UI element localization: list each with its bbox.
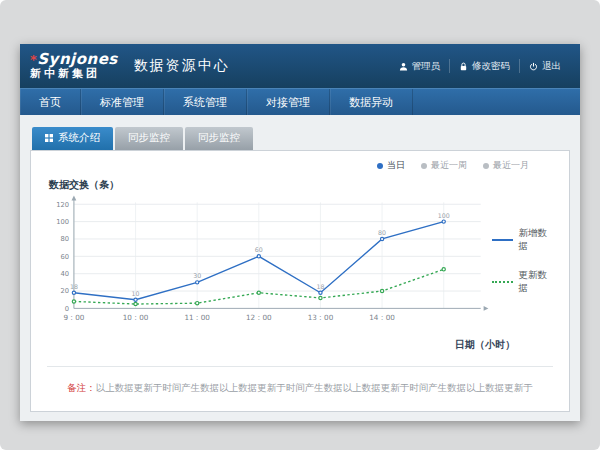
y-axis-title: 数据交换（条） — [49, 178, 555, 192]
logout-button[interactable]: 退出 — [519, 59, 570, 73]
svg-text:60: 60 — [255, 246, 263, 253]
svg-text:120: 120 — [56, 201, 69, 209]
page-title: 数据资源中心 — [134, 57, 230, 75]
nav-item-data-change[interactable]: 数据异动 — [330, 89, 413, 115]
filter-last-month[interactable]: 最近一月 — [483, 159, 529, 172]
svg-text:14：00: 14：00 — [369, 313, 395, 322]
range-filter-legend: 当日 最近一周 最近一月 — [45, 159, 555, 172]
svg-text:80: 80 — [378, 229, 386, 236]
series-legend: 新增数据 更新数据 — [492, 227, 555, 295]
svg-text:18: 18 — [316, 283, 324, 290]
power-icon — [529, 62, 538, 71]
dot-icon — [483, 163, 489, 169]
svg-text:20: 20 — [61, 287, 70, 295]
person-icon — [399, 62, 408, 71]
legend-new-data[interactable]: 新增数据 — [492, 227, 555, 253]
svg-text:0: 0 — [65, 305, 69, 313]
main-nav: 首页 标准管理 系统管理 对接管理 数据异动 — [20, 88, 580, 115]
lock-icon — [459, 62, 468, 71]
svg-text:18: 18 — [70, 283, 78, 290]
svg-text:10：00: 10：00 — [123, 313, 149, 322]
logo-text-en: *Synjones — [30, 52, 118, 68]
filter-last-week[interactable]: 最近一周 — [421, 159, 467, 172]
line-sample-icon — [492, 239, 513, 241]
brand-logo: *Synjones 新中新集团 — [30, 52, 118, 79]
svg-text:100: 100 — [56, 218, 69, 226]
change-password-button[interactable]: 修改密码 — [449, 59, 519, 73]
top-header: *Synjones 新中新集团 数据资源中心 管理员 修改密码 退出 — [20, 44, 580, 88]
svg-text:9：00: 9：00 — [63, 313, 84, 322]
footnote-label: 备注： — [67, 382, 96, 393]
tab-bar: 系统介绍 同步监控 同步监控 — [32, 127, 570, 150]
divider — [47, 366, 553, 367]
user-actions: 管理员 修改密码 退出 — [390, 56, 571, 76]
dot-icon — [421, 163, 427, 169]
svg-text:40: 40 — [61, 270, 70, 278]
svg-text:30: 30 — [193, 272, 201, 279]
nav-item-interface-mgmt[interactable]: 对接管理 — [247, 89, 330, 115]
chart-panel: 当日 最近一周 最近一月 数据交换（条） 0204060801001209：00… — [30, 150, 570, 412]
nav-item-home[interactable]: 首页 — [20, 89, 81, 115]
nav-item-standard-mgmt[interactable]: 标准管理 — [81, 89, 164, 115]
logo-text-cn: 新中新集团 — [30, 68, 118, 80]
line-sample-icon — [492, 281, 513, 283]
legend-updated-data[interactable]: 更新数据 — [492, 269, 555, 295]
svg-text:10: 10 — [132, 290, 140, 297]
footnote-text: 以上数据更新于时间产生数据以上数据更新于时间产生数据以上数据更新于时间产生数据以… — [96, 382, 533, 393]
tab-sync-monitor-1[interactable]: 同步监控 — [115, 127, 183, 150]
svg-text:60: 60 — [61, 253, 70, 261]
x-axis-title: 日期（小时） — [45, 338, 555, 352]
chart-row: 0204060801001209：0010：0011：0012：0013：001… — [45, 192, 555, 338]
dot-icon — [377, 163, 383, 169]
svg-text:12：00: 12：00 — [246, 313, 272, 322]
svg-text:80: 80 — [61, 235, 70, 243]
tab-sync-monitor-2[interactable]: 同步监控 — [185, 127, 253, 150]
admin-user-button[interactable]: 管理员 — [390, 59, 450, 73]
filter-today[interactable]: 当日 — [377, 159, 405, 172]
svg-text:11：00: 11：00 — [184, 313, 210, 322]
grid-icon — [45, 134, 53, 142]
svg-text:13：00: 13：00 — [308, 313, 334, 322]
footnote: 备注：以上数据更新于时间产生数据以上数据更新于时间产生数据以上数据更新于时间产生… — [45, 382, 555, 395]
desktop-background: *Synjones 新中新集团 数据资源中心 管理员 修改密码 退出 — [0, 0, 600, 450]
tab-system-intro[interactable]: 系统介绍 — [32, 127, 113, 150]
svg-text:100: 100 — [438, 212, 450, 219]
app-window: *Synjones 新中新集团 数据资源中心 管理员 修改密码 退出 — [20, 44, 580, 421]
nav-item-system-mgmt[interactable]: 系统管理 — [164, 89, 247, 115]
content-area: 系统介绍 同步监控 同步监控 当日 最近一周 最近一月 数据交换（条） 0204… — [20, 115, 580, 412]
line-chart: 0204060801001209：0010：0011：0012：0013：001… — [45, 192, 490, 338]
